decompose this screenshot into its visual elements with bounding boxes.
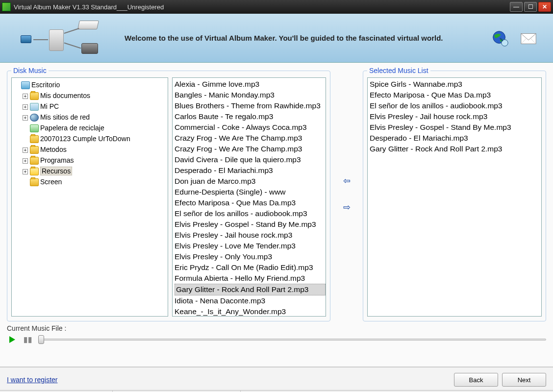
register-link[interactable]: I want to register: [7, 376, 58, 384]
file-item[interactable]: Keane_-_Is_it_Any_Wonder.mp3: [175, 306, 326, 317]
globe-icon[interactable]: [490, 28, 510, 48]
logo-graphic: [15, 19, 113, 58]
file-item[interactable]: Alexia - Gimme love.mp3: [175, 79, 326, 90]
file-item[interactable]: Bangles - Manic Monday.mp3: [175, 90, 326, 100]
tree-item[interactable]: +Mis documentos: [23, 90, 167, 101]
welcome-text: Welcome to the use of Virtual Album Make…: [125, 33, 490, 43]
file-list[interactable]: Alexia - Gimme love.mp3Bangles - Manic M…: [172, 77, 326, 317]
tree-item[interactable]: +Recursos: [23, 166, 167, 176]
file-item[interactable]: Elvis Presley - Jail house rock.mp3: [175, 230, 326, 241]
file-item[interactable]: Commercial - Coke - Always Coca.mp3: [175, 122, 326, 133]
folder-icon: [30, 157, 39, 165]
expand-toggle[interactable]: +: [23, 104, 28, 110]
selected-item[interactable]: Gary Glitter - Rock And Roll Part 2.mp3: [370, 144, 539, 154]
banner: Welcome to the use of Virtual Album Make…: [0, 14, 553, 63]
maximize-button[interactable]: ☐: [524, 2, 537, 12]
disk-music-legend: Disk Music: [11, 67, 49, 74]
tree-item[interactable]: Screen: [23, 176, 167, 187]
file-item[interactable]: Elvis Presley - Only You.mp3: [175, 251, 326, 262]
tree-item[interactable]: +Metodos: [23, 144, 167, 155]
folder-tree[interactable]: Escritorio+Mis documentos+Mi PC+Mis siti…: [11, 77, 168, 317]
selected-item[interactable]: Elvis Presley - Jail house rock.mp3: [370, 111, 539, 122]
file-item[interactable]: David Civera - Dile que la quiero.mp3: [175, 154, 326, 165]
minimize-button[interactable]: —: [510, 2, 523, 12]
current-file-label: Current Music File :: [7, 324, 546, 332]
tree-item[interactable]: Papelera de reciclaje: [23, 122, 167, 133]
remove-from-list-button[interactable]: ⇦: [340, 175, 353, 187]
recycle-icon: [30, 124, 39, 132]
seek-slider[interactable]: [38, 335, 546, 344]
expand-toggle[interactable]: +: [23, 158, 28, 164]
folder-icon: [30, 135, 39, 143]
back-button[interactable]: Back: [454, 373, 498, 387]
tree-root[interactable]: Escritorio+Mis documentos+Mi PC+Mis siti…: [14, 79, 167, 187]
window-title: Virtual Album Maker V1.33 Standard___Unr…: [14, 3, 510, 11]
status-bar: Select background music Here,you can try…: [0, 390, 553, 392]
file-item[interactable]: Elvis Presley - Gospel - Stand By Me.mp3: [175, 219, 326, 230]
expand-toggle[interactable]: +: [23, 94, 28, 99]
file-item[interactable]: Efecto Mariposa - Que Mas Da.mp3: [175, 197, 326, 208]
desktop-icon: [21, 81, 30, 89]
selected-music-legend: Selected Music List: [367, 67, 430, 74]
file-item[interactable]: Idiota - Nena Daconte.mp3: [175, 295, 326, 306]
close-button[interactable]: [538, 2, 551, 12]
expand-toggle[interactable]: +: [23, 115, 28, 121]
tree-item[interactable]: +Mi PC: [23, 101, 167, 112]
file-item[interactable]: Blues Brothers - Theme from Rawhide.mp3: [175, 100, 326, 111]
file-item[interactable]: Edurne-Despierta (Single) - www: [175, 187, 326, 197]
app-icon: [2, 2, 11, 11]
player: Current Music File : ▮▮: [7, 324, 546, 345]
pause-button[interactable]: ▮▮: [23, 334, 33, 345]
play-button[interactable]: [7, 334, 18, 345]
file-item[interactable]: El señor de los anillos - audiobook.mp3: [175, 208, 326, 219]
file-item[interactable]: Eric Prydz - Call On Me (Radio Edit).mp3: [175, 262, 326, 273]
file-item[interactable]: Crazy Frog - We Are The Champ.mp3: [175, 133, 326, 144]
titlebar: Virtual Album Maker V1.33 Standard___Unr…: [0, 0, 553, 14]
file-item[interactable]: Gary Glitter - Rock And Roll Part 2.mp3: [175, 284, 326, 295]
pc-icon: [30, 103, 39, 111]
file-item[interactable]: Carlos Baute - Te regalo.mp3: [175, 111, 326, 122]
file-item[interactable]: Crazy Frog - We Are The Champ.mp3: [175, 144, 326, 154]
add-to-list-button[interactable]: ⇨: [340, 201, 353, 213]
folder-icon: [30, 92, 39, 100]
selected-music-list[interactable]: Spice Girls - Wannabe.mp3Efecto Mariposa…: [367, 77, 542, 317]
mail-icon[interactable]: [519, 28, 538, 48]
folder-icon: [30, 146, 39, 154]
file-item[interactable]: Don juan de Marco.mp3: [175, 176, 326, 187]
selected-item[interactable]: Spice Girls - Wannabe.mp3: [370, 79, 539, 90]
bottom-bar: I want to register Back Next: [0, 367, 553, 390]
file-item[interactable]: Desperado - El Mariachi.mp3: [175, 165, 326, 176]
selected-item[interactable]: Elvis Presley - Gospel - Stand By Me.mp3: [370, 122, 539, 133]
svg-marker-4: [9, 336, 15, 343]
selected-music-group: Selected Music List Spice Girls - Wannab…: [363, 67, 546, 321]
seek-thumb[interactable]: [38, 335, 44, 344]
folder-icon: [30, 178, 39, 186]
file-item[interactable]: Elvis Presley - Love Me Tender.mp3: [175, 241, 326, 251]
tree-item[interactable]: 20070123 Cumple UrToDown: [23, 133, 167, 144]
tree-item[interactable]: +Programas: [23, 155, 167, 166]
folder-icon: [30, 168, 39, 175]
expand-toggle[interactable]: +: [23, 169, 28, 174]
selected-item[interactable]: Efecto Mariposa - Que Mas Da.mp3: [370, 90, 539, 100]
net-icon: [30, 114, 39, 122]
selected-item[interactable]: Desperado - El Mariachi.mp3: [370, 133, 539, 144]
selected-item[interactable]: El señor de los anillos - audiobook.mp3: [370, 100, 539, 111]
next-button[interactable]: Next: [502, 373, 546, 387]
file-item[interactable]: Formula Abierta - Hello My Friend.mp3: [175, 273, 326, 284]
disk-music-group: Disk Music Escritorio+Mis documentos+Mi …: [7, 67, 330, 321]
expand-toggle[interactable]: +: [23, 147, 28, 153]
svg-rect-3: [521, 33, 536, 44]
tree-item[interactable]: +Mis sitios de red: [23, 112, 167, 122]
